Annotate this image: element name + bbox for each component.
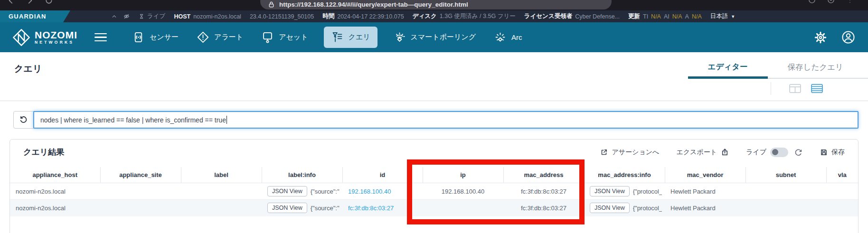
eye-off-icon[interactable] xyxy=(123,13,130,19)
user-account-icon[interactable] xyxy=(841,30,856,45)
nav-item-smart-polling[interactable]: スマートポーリング xyxy=(393,31,476,44)
table-row[interactable]: nozomi-n2os.local JSON View {"source":"r… xyxy=(10,183,858,200)
col-subnet[interactable]: subnet xyxy=(745,167,826,183)
json-view-button[interactable]: JSON View xyxy=(590,186,630,196)
cell-id: fc:3f:db:8c:03:27 xyxy=(342,200,423,216)
query-text: nodes | where is_learned == false | wher… xyxy=(40,116,226,124)
col-mac-vendor[interactable]: mac_vendor xyxy=(665,167,745,183)
host-label: HOST xyxy=(174,13,190,20)
col-mac-address[interactable]: mac_address xyxy=(503,167,584,183)
export-button[interactable]: エクスポート xyxy=(676,148,729,157)
address-bar[interactable]: https://192.168.122.94/#/ii/query/expert… xyxy=(260,0,612,9)
page-title: クエリ xyxy=(14,57,42,79)
host-info: HOST nozomi-n2os.local xyxy=(174,13,241,20)
col-ip[interactable]: ip xyxy=(423,167,503,183)
list-view-icon[interactable] xyxy=(811,84,823,93)
arc-icon xyxy=(494,31,507,44)
tab-saved-queries[interactable]: 保存したクエリ xyxy=(768,57,868,79)
query-results-card: クエリ結果 アサーションへ エクスポート ライブ xyxy=(9,139,859,233)
cell-label xyxy=(181,200,262,216)
results-title: クエリ結果 xyxy=(23,147,64,158)
hourglass-icon xyxy=(139,13,144,19)
back-icon[interactable] xyxy=(7,0,15,5)
disk-info: ディスク 1.3G 使用済み / 3.5G フリー xyxy=(413,12,516,20)
cell-label-info: JSON View {"source":"r xyxy=(262,183,342,200)
gear-icon[interactable] xyxy=(813,30,828,45)
chevron-up-icon[interactable] xyxy=(111,13,117,19)
external-link-icon xyxy=(600,149,608,156)
browser-nav-buttons[interactable] xyxy=(7,0,53,5)
col-label[interactable]: label xyxy=(181,167,262,183)
tabs: エディター 保存したクエリ xyxy=(688,57,868,79)
assertion-button[interactable]: アサーションへ xyxy=(600,148,659,157)
cell-appliance-site xyxy=(100,200,181,216)
tab-editor[interactable]: エディター xyxy=(688,57,768,79)
browser-chrome: https://192.168.122.94/#/ii/query/expert… xyxy=(0,0,868,10)
cell-appliance-host: nozomi-n2os.local xyxy=(10,183,100,200)
host-value: nozomi-n2os.local xyxy=(193,13,241,20)
query-input[interactable]: nodes | where is_learned == false | wher… xyxy=(33,111,859,129)
nav-item-assets[interactable]: アセット xyxy=(261,31,308,44)
menu-dots-icon[interactable] xyxy=(846,0,854,4)
divider xyxy=(0,101,868,101)
save-button[interactable]: 保存 xyxy=(820,148,845,157)
profile-icon[interactable] xyxy=(827,0,835,4)
nav-item-sensors[interactable]: センサー xyxy=(132,31,179,44)
json-view-button[interactable]: JSON View xyxy=(267,186,307,196)
padlock-icon xyxy=(268,1,275,8)
col-appliance-site[interactable]: appliance_site xyxy=(100,167,181,183)
hamburger-menu-icon[interactable] xyxy=(94,33,107,42)
nav-item-queries[interactable]: クエリ xyxy=(324,27,377,48)
refresh-icon[interactable] xyxy=(794,148,803,157)
nav-label: クエリ xyxy=(349,33,370,42)
view-toggles xyxy=(0,79,868,98)
node-id-link[interactable]: fc:3f:db:8c:03:27 xyxy=(348,205,394,212)
disk-label: ディスク xyxy=(413,12,437,20)
update-value: N/A xyxy=(672,13,682,20)
forward-icon[interactable] xyxy=(26,0,34,5)
col-vlan[interactable]: vla xyxy=(826,167,858,183)
table-header-row: appliance_host appliance_site label labe… xyxy=(10,167,858,183)
smart-polling-icon xyxy=(393,31,406,44)
nav-label: センサー xyxy=(150,33,179,42)
live-indicator: ライブ xyxy=(139,12,165,20)
table-view-icon[interactable] xyxy=(789,84,801,93)
update-value: N/A xyxy=(651,13,661,20)
table-row[interactable]: nozomi-n2os.local JSON View {"source":"r… xyxy=(10,200,858,216)
browser-toolbar-icons[interactable] xyxy=(808,0,854,4)
nav-item-alerts[interactable]: アラート xyxy=(197,31,243,44)
time-label: 時間 xyxy=(322,12,334,20)
col-appliance-host[interactable]: appliance_host xyxy=(10,167,100,183)
extension-icon[interactable] xyxy=(808,0,816,4)
language-label[interactable]: 日本語 xyxy=(710,12,728,20)
language-selector[interactable]: 日本語 ▼ xyxy=(710,12,735,20)
update-value: N/A xyxy=(692,13,702,20)
reload-icon[interactable] xyxy=(45,0,53,5)
col-mac-address-info[interactable]: mac_address:info xyxy=(584,167,665,183)
url-text: https://192.168.122.94/#/ii/query/expert… xyxy=(279,1,468,8)
query-icon xyxy=(331,31,344,44)
cell-id: 192.168.100.40 xyxy=(342,183,423,200)
json-view-button[interactable]: JSON View xyxy=(267,203,307,213)
node-id-link[interactable]: 192.168.100.40 xyxy=(348,188,391,195)
col-id[interactable]: id xyxy=(342,167,423,183)
cell-subnet xyxy=(745,200,826,216)
col-label-info[interactable]: label:info xyxy=(262,167,342,183)
query-history-button[interactable] xyxy=(13,111,34,129)
json-view-button[interactable]: JSON View xyxy=(590,203,630,213)
license-info: ライセンス受領者 Cyber Defense... xyxy=(524,12,620,20)
export-label: エクスポート xyxy=(676,148,717,157)
mac-info-preview: {"protocol_ xyxy=(633,188,662,195)
cell-appliance-host: nozomi-n2os.local xyxy=(10,200,100,216)
update-key: TI xyxy=(643,13,648,20)
version-info: 23.4.0-12151139_50105 xyxy=(250,13,314,20)
update-key: AI xyxy=(664,13,670,20)
results-actions: アサーションへ エクスポート ライブ 保存 xyxy=(600,148,845,157)
save-icon xyxy=(820,149,828,156)
cell-mac-vendor: Hewlett Packard xyxy=(665,200,745,216)
live-toggle[interactable] xyxy=(770,148,788,157)
toggle-knob xyxy=(772,149,778,155)
save-label: 保存 xyxy=(831,148,845,157)
brand-logo[interactable]: NOZOMI NETWORKS xyxy=(12,28,77,47)
nav-item-arc[interactable]: Arc xyxy=(494,31,522,44)
